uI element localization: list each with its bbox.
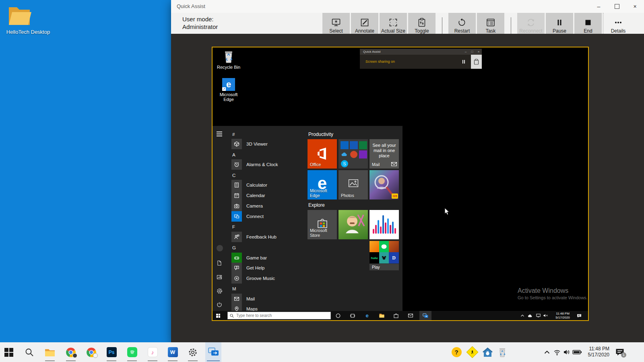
tile-photos[interactable]: Photos [339,170,368,200]
power-icon[interactable] [217,302,222,307]
remote-search-box[interactable] [227,312,331,319]
task-view-icon[interactable] [348,311,357,320]
pictures-icon[interactable] [217,274,222,280]
mini-close-button[interactable]: × [475,49,482,55]
maximize-button[interactable] [608,0,626,13]
local-settings-icon[interactable] [185,342,201,362]
tile-mail[interactable]: See all your mail in one place Mail [369,139,399,169]
warning-tray-icon[interactable] [467,342,477,362]
mouse-cursor [444,208,450,216]
tile-microsoft-edge[interactable]: e Microsoft Edge [308,170,337,200]
remote-onedrive-cloud-icon[interactable] [526,311,534,320]
calculator-icon [231,180,242,190]
tile-hidden-object-game[interactable]: G5 [369,170,399,200]
reconnect-icon [526,16,536,29]
office-app-icon [350,141,358,149]
local-clock[interactable]: 11:48 PM 5/17/2020 [584,346,609,358]
tile-microsoft-store[interactable]: Microsoft Store [308,210,337,239]
app-calendar[interactable]: Calendar [231,190,265,201]
pause-icon [554,16,565,29]
gear-icon [188,347,198,358]
cortana-icon[interactable] [333,311,343,320]
tile-gardenscapes[interactable] [339,210,368,239]
app-alarms-clock[interactable]: Alarms & Clock [231,159,278,170]
remote-edge-label: Microsoft Edge [216,92,242,102]
close-button[interactable]: × [626,0,644,13]
remote-edge-taskbar-icon[interactable]: e [362,311,372,320]
mail-envelope-icon [391,162,397,166]
recycle-tray-icon[interactable] [497,342,508,362]
remote-edge-icon[interactable]: e↗ Microsoft Edge [216,78,242,102]
section-header: C [232,173,235,178]
app-maps[interactable]: Maps [231,304,258,311]
action-center-icon[interactable]: 1 [613,342,627,362]
title-bar: Quick Assist – × [171,0,644,13]
minimize-button[interactable]: – [590,0,608,13]
remote-file-explorer-icon[interactable] [377,311,386,320]
app-3d-viewer[interactable]: 3D Viewer [231,139,268,149]
skype-icon: S [341,160,349,168]
documents-icon[interactable] [217,260,222,266]
remote-notification-icon[interactable] [575,311,584,320]
chrome-profile1-icon[interactable] [63,342,79,362]
app-calculator[interactable]: Calculator [231,180,267,190]
remote-volume-muted-icon[interactable] [542,311,549,320]
local-clock-time: 11:48 PM [584,346,609,352]
mini-maximize-button[interactable]: □ [469,49,475,55]
hellotech-tray-icon[interactable] [482,342,493,362]
battery-tray-icon[interactable] [572,342,583,362]
local-start-button[interactable] [1,342,17,362]
app-mail[interactable]: Mail [231,294,255,304]
app-camera[interactable]: Camera [231,201,263,211]
help-tray-icon[interactable]: ? [451,342,462,362]
volume-tray-icon[interactable] [562,342,572,362]
line-app-icon [379,241,389,252]
end-label: End [584,29,592,34]
remote-tray-chevron-icon[interactable] [519,311,526,320]
mini-instruction-panel[interactable] [471,55,482,69]
spotify-icon[interactable] [124,342,140,362]
remote-display-icon[interactable] [535,311,542,320]
desktop-folder-hellotech[interactable]: HelloTech Desktop [6,5,51,35]
chrome-profile2-icon[interactable] [83,342,99,362]
camera-icon [231,201,242,211]
wifi-tray-icon[interactable] [552,342,562,362]
watermark-line1: Activate Windows [518,287,588,294]
remote-mail-icon[interactable] [406,311,415,320]
shared-remote-screen[interactable]: Recycle Bin e↗ Microsoft Edge Quick Assi… [212,47,589,321]
remote-recycle-bin-icon[interactable]: Recycle Bin [216,50,242,70]
app-game-bar[interactable]: Game bar [231,253,267,263]
word-icon[interactable]: W [165,342,181,362]
settings-gear-icon[interactable] [217,288,223,294]
local-search-button[interactable] [21,342,37,362]
remote-clock[interactable]: 11:48 PM 5/17/2020 [552,312,574,319]
section-header: A [232,152,235,157]
app-feedback-hub[interactable]: Feedback Hub [231,232,277,242]
itunes-icon[interactable]: ♪ [144,342,161,362]
maximize-icon [615,4,619,9]
clipboard-icon [474,59,479,65]
instruction-channel-icon [417,16,427,29]
remote-start-button[interactable] [213,311,223,320]
desktop-folder-label: HelloTech Desktop [6,29,51,35]
app-get-help[interactable]: Get Help [231,263,264,273]
tile-music-app[interactable] [369,210,399,239]
mini-pause-icon[interactable] [462,60,465,64]
remote-store-icon[interactable] [391,311,401,320]
hamburger-menu-icon[interactable] [217,132,222,138]
tile-play-folder[interactable]: hulu D Play [369,241,399,270]
app-connect[interactable]: Connect [231,211,264,222]
equalizer-bar [378,220,379,234]
app-groove-music[interactable]: Groove Music [231,273,275,284]
tray-chevron-icon[interactable] [542,342,552,362]
local-quick-assist-icon[interactable] [205,342,221,362]
tile-office-apps[interactable]: S [339,139,368,169]
remote-quick-assist-taskbar-icon[interactable] [419,311,431,320]
remote-search-input[interactable] [235,313,318,318]
tile-office[interactable]: Office [308,139,337,169]
mini-minimize-button[interactable]: – [462,49,469,55]
start-menu: # 3D Viewer A Alarms & Clock C [213,126,402,311]
local-file-explorer-icon[interactable] [42,342,58,362]
photoshop-icon[interactable]: Ps [103,342,120,362]
user-avatar-icon[interactable] [217,245,223,251]
